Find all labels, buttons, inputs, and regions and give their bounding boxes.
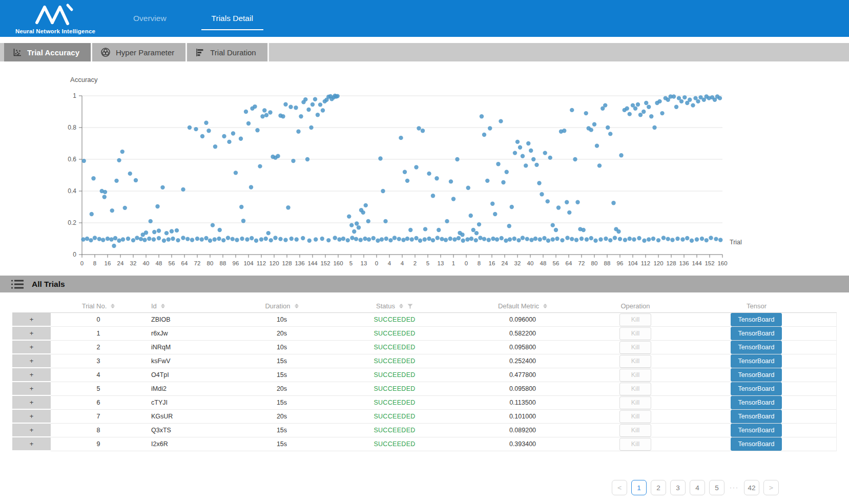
scatter-point[interactable] <box>234 171 238 175</box>
scatter-point[interactable] <box>114 179 118 183</box>
scatter-point[interactable] <box>384 237 388 241</box>
scatter-point[interactable] <box>316 113 320 117</box>
scatter-point[interactable] <box>231 131 235 135</box>
scatter-point[interactable] <box>651 237 655 241</box>
scatter-point[interactable] <box>81 237 85 241</box>
scatter-point[interactable] <box>307 239 312 243</box>
tensorboard-button[interactable]: TensorBoard <box>731 437 782 451</box>
scatter-point[interactable] <box>200 237 204 241</box>
scatter-point[interactable] <box>526 141 530 145</box>
scatter-point[interactable] <box>543 151 547 155</box>
next-page-button[interactable]: > <box>763 480 779 495</box>
scatter-point[interactable] <box>288 105 293 109</box>
scatter-point[interactable] <box>264 237 268 241</box>
scatter-point[interactable] <box>354 237 358 241</box>
scatter-point[interactable] <box>421 129 425 133</box>
scatter-point[interactable] <box>540 192 544 196</box>
tensorboard-button[interactable]: TensorBoard <box>731 313 782 326</box>
scatter-point[interactable] <box>144 230 148 235</box>
scatter-point[interactable] <box>245 237 249 241</box>
scatter-point[interactable] <box>690 239 694 243</box>
scatter-point[interactable] <box>525 237 529 241</box>
scatter-point[interactable] <box>152 230 156 234</box>
scatter-point[interactable] <box>259 237 263 241</box>
scatter-point[interactable] <box>93 236 97 240</box>
scatter-point[interactable] <box>291 159 295 163</box>
scatter-point[interactable] <box>347 214 351 218</box>
scatter-point[interactable] <box>423 227 427 231</box>
scatter-point[interactable] <box>401 238 405 242</box>
scatter-point[interactable] <box>533 237 537 241</box>
scatter-point[interactable] <box>305 157 309 161</box>
scatter-point[interactable] <box>628 112 632 116</box>
scatter-point[interactable] <box>644 101 648 105</box>
scatter-point[interactable] <box>278 237 282 241</box>
scatter-point[interactable] <box>573 157 577 161</box>
scatter-point[interactable] <box>474 238 478 242</box>
scatter-point[interactable] <box>350 236 354 240</box>
scatter-point[interactable] <box>437 228 441 232</box>
scatter-point[interactable] <box>405 179 409 183</box>
scatter-point[interactable] <box>364 203 368 207</box>
scatter-point[interactable] <box>117 158 121 162</box>
scatter-point[interactable] <box>213 237 217 241</box>
scatter-point[interactable] <box>451 197 455 201</box>
kill-button[interactable]: Kill <box>619 341 651 354</box>
scatter-point[interactable] <box>289 237 294 241</box>
scatter-point[interactable] <box>221 238 225 242</box>
scatter-point[interactable] <box>392 236 397 240</box>
scatter-point[interactable] <box>482 237 486 241</box>
scatter-point[interactable] <box>249 185 253 189</box>
scatter-point[interactable] <box>608 238 612 242</box>
scatter-point[interactable] <box>565 200 569 204</box>
scatter-point[interactable] <box>510 205 514 209</box>
scatter-point[interactable] <box>500 236 504 240</box>
scatter-point[interactable] <box>175 228 179 233</box>
page-button-4[interactable]: 4 <box>690 480 705 495</box>
scatter-point[interactable] <box>418 239 422 243</box>
scatter-point[interactable] <box>589 236 593 240</box>
scatter-point[interactable] <box>149 219 153 223</box>
scatter-point[interactable] <box>709 236 713 240</box>
scatter-point[interactable] <box>405 237 409 241</box>
scatter-point[interactable] <box>235 238 239 242</box>
scatter-point[interactable] <box>490 202 494 206</box>
scatter-point[interactable] <box>434 176 439 180</box>
nni-logo[interactable]: Neural Network Intelligence <box>14 3 96 34</box>
scatter-point[interactable] <box>117 239 121 243</box>
scatter-point[interactable] <box>204 121 208 125</box>
scatter-point[interactable] <box>253 104 257 109</box>
scatter-point[interactable] <box>649 114 653 118</box>
scatter-point[interactable] <box>403 170 407 174</box>
scatter-point[interactable] <box>176 238 180 242</box>
scatter-point[interactable] <box>427 172 431 176</box>
scatter-point[interactable] <box>112 244 116 248</box>
scatter-point[interactable] <box>142 238 147 242</box>
row-expander[interactable]: + <box>12 341 51 354</box>
scatter-point[interactable] <box>555 237 559 241</box>
scatter-point[interactable] <box>296 130 300 134</box>
kill-button[interactable]: Kill <box>619 383 651 395</box>
scatter-point[interactable] <box>346 238 350 242</box>
row-expander[interactable]: + <box>12 368 51 382</box>
scatter-point[interactable] <box>218 228 222 232</box>
scatter-point[interactable] <box>616 229 620 234</box>
scatter-point[interactable] <box>642 239 646 243</box>
scatter-point[interactable] <box>618 237 622 241</box>
scatter-point[interactable] <box>206 129 211 133</box>
scatter-point[interactable] <box>598 237 603 241</box>
scatter-point[interactable] <box>397 237 401 241</box>
scatter-point[interactable] <box>250 236 254 240</box>
column-header-id[interactable]: Id <box>146 302 225 310</box>
scatter-point[interactable] <box>560 238 564 242</box>
kill-button[interactable]: Kill <box>619 355 651 368</box>
scatter-point[interactable] <box>371 236 376 240</box>
scatter-point[interactable] <box>131 238 135 242</box>
scatter-point[interactable] <box>652 125 656 130</box>
scatter-point[interactable] <box>170 229 174 233</box>
scatter-point[interactable] <box>376 239 380 243</box>
scatter-point[interactable] <box>181 187 185 192</box>
scatter-point[interactable] <box>518 145 522 150</box>
scatter-point[interactable] <box>461 239 465 243</box>
scatter-point[interactable] <box>575 200 579 204</box>
